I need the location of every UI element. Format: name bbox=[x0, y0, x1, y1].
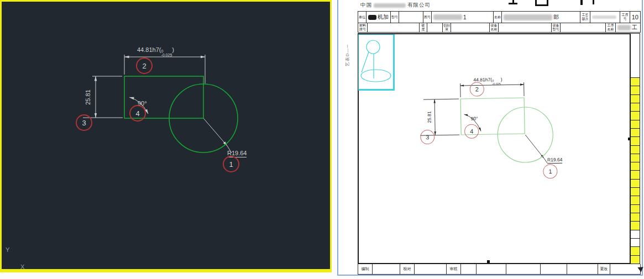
redaction-blob bbox=[592, 15, 616, 19]
cad-viewport[interactable]: 44.81h7(0-0.025) 25.81 90° R19.64 2 3 4 … bbox=[0, 0, 332, 272]
strip-cell bbox=[631, 162, 640, 171]
strip-cell bbox=[631, 213, 640, 222]
field-value-step-name: 工 bbox=[616, 23, 640, 32]
stamp-fragment bbox=[512, 0, 514, 3]
field-label-equipment-model: 设备型号 bbox=[552, 23, 561, 32]
selection-grip[interactable] bbox=[628, 138, 631, 140]
bottom-cell bbox=[541, 264, 567, 274]
balloon-3[interactable]: 3 bbox=[76, 114, 92, 131]
company-suffix: 有限公司 bbox=[407, 2, 431, 9]
bottom-cell bbox=[477, 264, 506, 274]
balloon-number: 2 bbox=[142, 62, 146, 70]
radius-leader[interactable] bbox=[203, 118, 227, 146]
company-prefix: 中国 bbox=[360, 2, 372, 9]
bottom-cell-label: 审核 bbox=[447, 264, 461, 274]
height-dimension[interactable]: 25.81 bbox=[85, 85, 91, 109]
field-value-process-version bbox=[590, 12, 620, 23]
tolerance-upper: 0 bbox=[161, 49, 163, 53]
strip-cell bbox=[631, 171, 640, 179]
strip-cell bbox=[631, 180, 640, 188]
field-value-hardness bbox=[427, 23, 443, 32]
field-label-step-name: 工序名称 bbox=[606, 23, 616, 32]
strip-cell bbox=[631, 112, 640, 120]
strip-cell bbox=[631, 188, 640, 196]
field-label-drawing-no: 图号 bbox=[423, 12, 432, 23]
strip-cell bbox=[631, 86, 640, 94]
field-value-model bbox=[399, 12, 423, 23]
width-dimension[interactable]: 44.81h7(0-0.025) bbox=[137, 46, 174, 57]
strip-cell bbox=[631, 205, 640, 213]
balloon-4[interactable]: 4 bbox=[129, 105, 146, 122]
redaction-blob bbox=[374, 3, 406, 8]
strip-cell bbox=[631, 256, 640, 264]
strip-cell bbox=[631, 222, 640, 230]
field-label-unit: 单位 bbox=[358, 12, 366, 23]
form-side-label: 艺表D—─ bbox=[344, 31, 351, 79]
stamp-fragment bbox=[535, 0, 548, 6]
signature-row: 编制 校对 审核 更改 bbox=[358, 264, 641, 275]
strip-cell bbox=[631, 230, 640, 239]
bottom-cell bbox=[461, 264, 477, 274]
bottom-cell bbox=[610, 264, 640, 274]
field-text: 工 bbox=[632, 24, 637, 31]
drawing-frame bbox=[358, 33, 631, 264]
strip-cell bbox=[631, 154, 640, 162]
strip-cell bbox=[631, 196, 640, 204]
bottom-cell-label: 编制 bbox=[358, 264, 373, 274]
strip-cell bbox=[631, 239, 640, 247]
stamp-fragment bbox=[593, 0, 594, 4]
tool-sketch-box bbox=[358, 34, 395, 91]
title-block: 单位 机加 型号 图号 1 名称 部 工艺版次 工序号 10 材料牌号 硬度 切… bbox=[358, 11, 641, 33]
field-label-step-no: 工序号 bbox=[620, 12, 630, 23]
balloon-2[interactable]: 2 bbox=[136, 57, 153, 74]
bottom-cell bbox=[415, 264, 447, 274]
field-value-equipment-name bbox=[499, 23, 552, 32]
process-card-sheet: 中国 有限公司 单位 机加 型号 图号 1 名称 部 工艺版次 工序号 10 材… bbox=[337, 0, 643, 276]
width-dim-close: ) bbox=[172, 46, 174, 53]
field-text: 1 bbox=[463, 14, 467, 20]
bottom-cell-label: 更改 bbox=[598, 264, 610, 274]
bottom-cell bbox=[373, 264, 400, 274]
field-label-material: 材料牌号 bbox=[358, 23, 368, 32]
selection-grip[interactable] bbox=[487, 260, 490, 263]
balloon-number: 1 bbox=[229, 160, 233, 169]
tool-sketch bbox=[359, 35, 393, 89]
cad-drawing-canvas[interactable] bbox=[2, 2, 330, 269]
field-label-name: 名称 bbox=[494, 12, 502, 23]
field-value-unit: 机加 bbox=[366, 12, 391, 23]
balloon-number: 3 bbox=[82, 119, 86, 127]
bottom-cell-label: 校对 bbox=[400, 264, 415, 274]
field-value-material bbox=[368, 23, 420, 32]
balloon-number: 4 bbox=[135, 109, 139, 118]
redaction-blob bbox=[368, 15, 376, 20]
field-label-hardness: 硬度 bbox=[420, 23, 427, 32]
ucs-y-mark: Y bbox=[6, 246, 9, 253]
width-dim-text: 44.81h7( bbox=[137, 46, 161, 53]
strip-cell bbox=[631, 95, 640, 103]
balloon-1[interactable]: 1 bbox=[223, 156, 239, 172]
bottom-cell bbox=[567, 264, 598, 274]
tolerance-lower: -0.025 bbox=[161, 53, 172, 57]
strip-cell bbox=[631, 146, 640, 154]
field-label-process-version: 工艺版次 bbox=[580, 12, 590, 23]
sketch-circle bbox=[366, 40, 380, 54]
strip-cell bbox=[631, 129, 640, 137]
field-label-model: 型号 bbox=[391, 12, 399, 23]
strip-cell bbox=[631, 247, 640, 255]
field-text: 机加 bbox=[378, 13, 389, 21]
field-value-name: 部 bbox=[502, 12, 580, 23]
field-value-equipment-model bbox=[561, 23, 606, 32]
field-label-equipment-name: 设备名称 bbox=[490, 23, 499, 32]
field-label-coolant: 切削液 bbox=[443, 23, 451, 32]
field-text: 10 bbox=[632, 14, 638, 20]
redaction-blob bbox=[504, 14, 552, 20]
strip-cell bbox=[631, 34, 640, 78]
sketch-ellipse bbox=[361, 70, 391, 82]
crosshair-x-mark: X bbox=[20, 264, 24, 270]
field-value-drawing-no: 1 bbox=[432, 12, 494, 23]
bottom-cell bbox=[506, 264, 541, 274]
field-value-coolant bbox=[451, 23, 490, 32]
redaction-blob bbox=[617, 25, 631, 30]
stamp-fragment bbox=[580, 0, 583, 5]
strip-cell bbox=[631, 78, 640, 86]
